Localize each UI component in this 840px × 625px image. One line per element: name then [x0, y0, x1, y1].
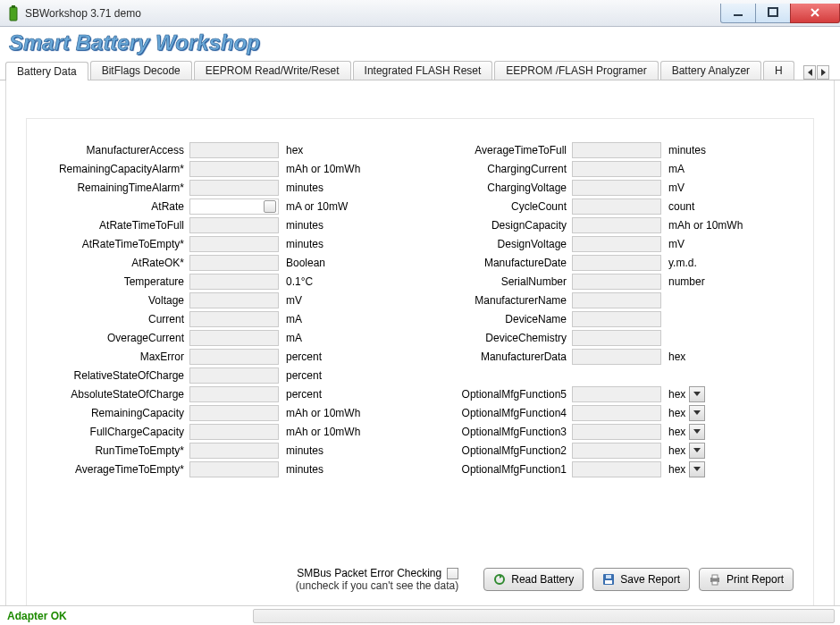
optional-mfg-field [572, 461, 661, 477]
optional-mfg-label: OptionalMfgFunction3 [438, 426, 572, 438]
right-field-field [572, 349, 661, 365]
left-field-field [189, 311, 279, 327]
pec-block: SMBus Packet Error Checking (uncheck if … [296, 567, 458, 592]
left-field-label: Current [46, 313, 189, 325]
left-field-row: Temperature0.1°C [46, 272, 402, 291]
titlebar: SBWorkshop 3.71 demo [0, 0, 840, 27]
left-field-unit: Boolean [279, 257, 325, 269]
right-field-unit: mV [661, 182, 685, 194]
left-field-label: FullChargeCapacity [46, 426, 189, 438]
right-field-field [572, 217, 661, 233]
close-button[interactable] [790, 4, 840, 23]
left-field-row: RunTimeToEmpty*minutes [46, 441, 402, 460]
svg-rect-6 [605, 580, 612, 584]
right-field-label: DesignVoltage [438, 238, 572, 250]
svg-rect-9 [712, 575, 718, 579]
right-field-label: ManufacturerData [438, 351, 572, 363]
maximize-button[interactable] [755, 4, 791, 23]
left-field-label: AtRateTimeToFull [46, 219, 189, 232]
left-field-row: AtRatemA or 10mW [46, 197, 402, 215]
left-field-field [189, 443, 279, 459]
tab-bitflags-decode[interactable]: BitFlags Decode [90, 61, 192, 80]
right-field-label: AverageTimeToFull [438, 144, 572, 156]
optional-mfg-combo[interactable] [689, 424, 705, 440]
optional-mfg-unit: hex [661, 444, 685, 457]
optional-mfg-combo[interactable] [689, 443, 705, 459]
right-field-label: ChargingCurrent [438, 163, 572, 175]
tab-scroll-controls [803, 65, 835, 80]
tab-integrated-flash-reset[interactable]: Integrated FLASH Reset [353, 61, 493, 80]
left-field-field [189, 405, 279, 421]
optional-mfg-field [572, 405, 661, 421]
left-field-field [189, 236, 279, 252]
chevron-left-icon [808, 69, 812, 76]
app-icon [7, 5, 20, 21]
tab-battery-analyzer[interactable]: Battery Analyzer [660, 61, 761, 80]
left-field-label: AtRateTimeToEmpty* [46, 238, 189, 250]
svg-rect-0 [10, 7, 17, 21]
tab-battery-data[interactable]: Battery Data [5, 62, 88, 80]
right-field-field [572, 198, 661, 215]
right-field-label: ManufactureDate [438, 257, 572, 269]
optional-mfg-combo[interactable] [689, 405, 705, 421]
optional-mfg-combo[interactable] [689, 386, 705, 402]
read-battery-button[interactable]: Read Battery [483, 568, 584, 591]
left-field-row: RemainingTimeAlarm*minutes [46, 178, 402, 197]
left-field-label: RemainingCapacity [46, 407, 189, 419]
right-field-field [572, 255, 661, 271]
left-field-label: Temperature [46, 275, 189, 288]
left-field-row: VoltagemV [46, 291, 402, 309]
right-field-unit: hex [661, 351, 685, 363]
left-field-row: AverageTimeToEmpty*minutes [46, 460, 402, 478]
left-field-label: RemainingTimeAlarm* [46, 182, 189, 194]
right-field-row: DesignCapacitymAh or 10mWh [438, 215, 794, 234]
pec-checkbox[interactable] [447, 568, 458, 579]
left-field-label: ManufacturerAccess [46, 144, 189, 156]
left-field-unit: minutes [279, 219, 323, 232]
right-field-row: CycleCountcount [438, 197, 794, 215]
left-field-toggle[interactable] [264, 200, 276, 213]
print-report-button[interactable]: Print Report [699, 568, 794, 591]
left-field-field [189, 142, 279, 158]
optional-mfg-combo[interactable] [689, 461, 705, 477]
left-field-field [189, 386, 279, 402]
optional-mfg-row: OptionalMfgFunction3hex [438, 422, 794, 441]
bottom-controls: SMBus Packet Error Checking (uncheck if … [27, 567, 813, 592]
chevron-down-icon [693, 429, 701, 434]
right-field-unit: mV [661, 238, 685, 250]
left-field-unit: percent [279, 369, 322, 382]
right-field-row: ChargingCurrentmA [438, 159, 794, 178]
svg-rect-2 [734, 14, 743, 16]
tab-scroll-right[interactable] [817, 65, 829, 80]
left-field-row: AtRateTimeToEmpty*minutes [46, 234, 402, 253]
svg-rect-1 [12, 5, 15, 8]
left-field-field [189, 255, 279, 271]
left-field-label: OverageCurrent [46, 332, 189, 344]
save-report-label: Save Report [620, 573, 680, 586]
left-field-row: AtRateOK*Boolean [46, 253, 402, 272]
tab-scroll-left[interactable] [803, 65, 816, 80]
status-bar: Adapter OK [0, 605, 840, 625]
left-field-label: AbsoluteStateOfCharge [46, 388, 189, 401]
optional-mfg-unit: hex [661, 426, 685, 438]
left-field-row: OverageCurrentmA [46, 328, 402, 347]
right-field-row: SerialNumbernumber [438, 272, 794, 291]
left-field-unit: mA [279, 332, 302, 344]
left-field-unit: mV [279, 294, 302, 307]
tab-eeprom-read-write-reset[interactable]: EEPROM Read/Write/Reset [194, 61, 351, 80]
left-field-label: Voltage [46, 294, 189, 307]
right-field-field [572, 236, 661, 252]
right-field-label: DeviceChemistry [438, 332, 572, 344]
right-field-unit: minutes [661, 144, 706, 156]
tab-eeprom-flash-programer[interactable]: EEPROM /FLASH Programer [494, 61, 658, 80]
battery-data-panel: ManufacturerAccesshexRemainingCapacityAl… [26, 118, 814, 609]
left-field-row: CurrentmA [46, 309, 402, 328]
minimize-button[interactable] [720, 4, 756, 23]
save-report-button[interactable]: Save Report [592, 568, 690, 591]
left-field-unit: minutes [279, 238, 323, 250]
right-field-row: ManufacturerName [438, 291, 794, 309]
left-field-field [189, 367, 279, 384]
tab-h[interactable]: H [763, 61, 794, 80]
optional-mfg-field [572, 386, 661, 402]
refresh-icon [493, 573, 506, 586]
